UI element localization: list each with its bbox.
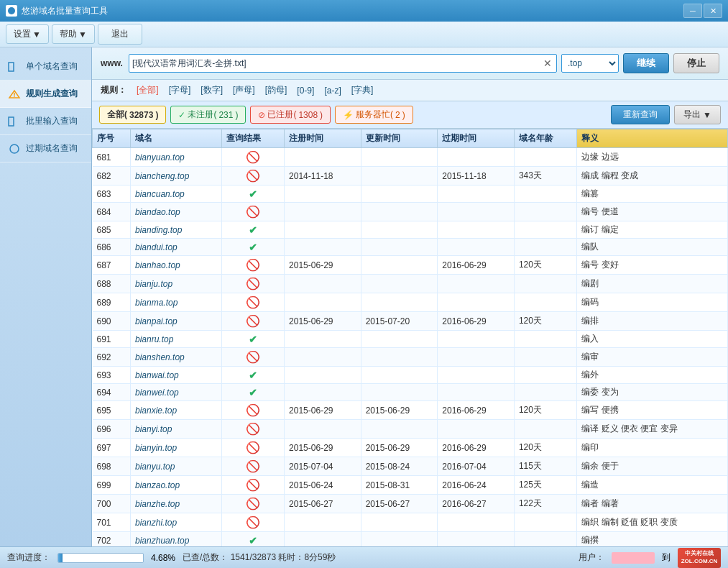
table-row[interactable]: 690 bianpai.top 🚫 2015-06-29 2015-07-20 …: [93, 312, 728, 331]
requery-button[interactable]: 重新查询: [611, 105, 670, 124]
cell-regdate: 2015-06-29: [285, 439, 361, 457]
cell-domain[interactable]: biandui.top: [131, 239, 222, 256]
table-row[interactable]: 700 bianzhe.top 🚫 2015-06-27 2015-06-27 …: [93, 495, 728, 513]
table-row[interactable]: 693 bianwai.top ✔ 编外: [93, 367, 728, 384]
cell-domain[interactable]: bianhao.top: [131, 256, 222, 275]
table-row[interactable]: 688 bianju.top 🚫 编剧: [93, 275, 728, 293]
registered-status-icon: 🚫: [246, 404, 260, 416]
rule-az[interactable]: [a-z]: [321, 85, 344, 96]
rule-digit[interactable]: [数字]: [198, 83, 226, 97]
svg-rect-2: [9, 63, 13, 65]
cell-domain[interactable]: bianwai.top: [131, 367, 222, 384]
cell-meaning: 编号 变好: [577, 256, 728, 275]
table-row[interactable]: 687 bianhao.top 🚫 2015-06-29 2016-06-29 …: [93, 256, 728, 275]
cell-domain[interactable]: bianshen.top: [131, 348, 222, 367]
cell-domain[interactable]: bianma.top: [131, 293, 222, 312]
cell-domain[interactable]: bianpai.top: [131, 312, 222, 331]
help-menu[interactable]: 帮助 ▼: [52, 24, 95, 44]
export-arrow-icon: ▼: [703, 110, 711, 120]
cell-domain[interactable]: biancheng.top: [131, 167, 222, 185]
cell-regdate: 2015-06-29: [285, 312, 361, 331]
table-row[interactable]: 702 bianzhuan.top ✔ 编撰: [93, 532, 728, 547]
cell-age: [514, 367, 576, 384]
table-row[interactable]: 684 biandao.top 🚫 编号 便道: [93, 203, 728, 221]
table-row[interactable]: 681 bianyuan.top 🚫 边缘 边远: [93, 148, 728, 167]
rule-letter[interactable]: [字母]: [166, 83, 194, 97]
table-row[interactable]: 701 bianzhi.top 🚫 编织 编制 贬值 贬职 变质: [93, 513, 728, 532]
export-button[interactable]: 导出 ▼: [674, 105, 721, 124]
progress-percent: 4.68%: [151, 553, 175, 563]
cell-domain[interactable]: bianzhuan.top: [131, 532, 222, 547]
cell-domain[interactable]: bianzhe.top: [131, 495, 222, 513]
cell-updatedate: [361, 532, 438, 547]
sidebar-item-batch[interactable]: 批里输入查询: [0, 108, 91, 135]
sidebar-item-expired[interactable]: 过期域名查询: [0, 135, 91, 162]
table-row[interactable]: 694 bianwei.top ✔ 编委 变为: [93, 384, 728, 401]
table-row[interactable]: 696 bianyi.top 🚫 编译 贬义 便衣 便宜 变异: [93, 420, 728, 439]
stop-button[interactable]: 停止: [673, 53, 719, 73]
cell-domain[interactable]: bianzhi.top: [131, 513, 222, 532]
rule-initial[interactable]: [声母]: [230, 83, 258, 97]
minimize-button[interactable]: ─: [683, 4, 702, 18]
tab-registered[interactable]: ⊘ 已注册(1308): [250, 106, 331, 124]
table-row[interactable]: 682 biancheng.top 🚫 2014-11-18 2015-11-1…: [93, 167, 728, 185]
cell-status: 🚫: [221, 476, 284, 495]
tab-all-label: 全部(: [107, 109, 127, 121]
tld-select[interactable]: .top .com .net .org: [561, 54, 619, 73]
cell-domain[interactable]: bianru.top: [131, 331, 222, 348]
table-row[interactable]: 698 bianyu.top 🚫 2015-07-04 2015-08-24 2…: [93, 457, 728, 476]
cell-id: 702: [93, 532, 131, 547]
cell-expiredate: [438, 185, 515, 203]
rule-final[interactable]: [韵母]: [262, 83, 290, 97]
cell-age: [514, 293, 576, 312]
continue-button[interactable]: 继续: [623, 53, 669, 73]
cell-domain[interactable]: bianwei.top: [131, 384, 222, 401]
table-row[interactable]: 686 biandui.top ✔ 编队: [93, 239, 728, 256]
cell-domain[interactable]: biancuan.top: [131, 185, 222, 203]
cell-expiredate: [438, 221, 515, 239]
cell-expiredate: 2016-06-29: [438, 401, 515, 420]
cell-domain[interactable]: bianyuan.top: [131, 148, 222, 167]
clear-input-button[interactable]: ✕: [542, 58, 553, 69]
cell-domain[interactable]: bianyin.top: [131, 439, 222, 457]
table-row[interactable]: 697 bianyin.top 🚫 2015-06-29 2015-06-29 …: [93, 439, 728, 457]
cell-meaning: 编篡: [577, 185, 728, 203]
rule-dict[interactable]: [字典]: [349, 83, 377, 97]
settings-menu[interactable]: 设置 ▼: [6, 24, 49, 44]
cell-domain[interactable]: bianxie.top: [131, 401, 222, 420]
col-header-age: 域名年龄: [514, 129, 576, 148]
table-row[interactable]: 689 bianma.top 🚫 编码: [93, 293, 728, 312]
cell-domain[interactable]: bianju.top: [131, 275, 222, 293]
table-row[interactable]: 685 bianding.top ✔ 编订 编定: [93, 221, 728, 239]
cell-domain[interactable]: biandao.top: [131, 203, 222, 221]
tab-all[interactable]: 全部(32873): [99, 106, 166, 124]
table-row[interactable]: 692 bianshen.top 🚫 编审: [93, 348, 728, 367]
cell-age: 115天: [514, 457, 576, 476]
table-row[interactable]: 699 bianzao.top 🚫 2015-06-24 2015-08-31 …: [93, 476, 728, 495]
tab-server-busy[interactable]: ⚡ 服务器忙(2): [335, 106, 413, 124]
cell-id: 693: [93, 367, 131, 384]
cell-domain[interactable]: bianyi.top: [131, 420, 222, 439]
exit-button[interactable]: 退出: [98, 24, 142, 45]
rule-all[interactable]: [全部]: [134, 83, 162, 97]
table-row[interactable]: 683 biancuan.top ✔ 编篡: [93, 185, 728, 203]
rule-09[interactable]: [0-9]: [294, 85, 317, 96]
cell-id: 697: [93, 439, 131, 457]
cell-domain[interactable]: bianyu.top: [131, 457, 222, 476]
table-row[interactable]: 691 bianru.top ✔ 编入: [93, 331, 728, 348]
cell-meaning: 编委 变为: [577, 384, 728, 401]
table-row[interactable]: 695 bianxie.top 🚫 2015-06-29 2015-06-29 …: [93, 401, 728, 420]
sidebar-item-rule[interactable]: 规则生成查询: [0, 81, 91, 108]
close-button[interactable]: ✕: [704, 4, 722, 18]
cell-id: 700: [93, 495, 131, 513]
tab-unregistered[interactable]: ✓ 未注册(231): [170, 106, 246, 124]
www-label: www.: [101, 58, 123, 68]
sidebar-item-single[interactable]: 单个域名查询: [0, 53, 91, 81]
cell-status: ✔: [221, 331, 284, 348]
cell-status: 🚫: [221, 148, 284, 167]
cell-domain[interactable]: bianzao.top: [131, 476, 222, 495]
domain-input[interactable]: [132, 58, 542, 68]
cell-updatedate: [361, 331, 438, 348]
cell-age: [514, 148, 576, 167]
cell-domain[interactable]: bianding.top: [131, 221, 222, 239]
